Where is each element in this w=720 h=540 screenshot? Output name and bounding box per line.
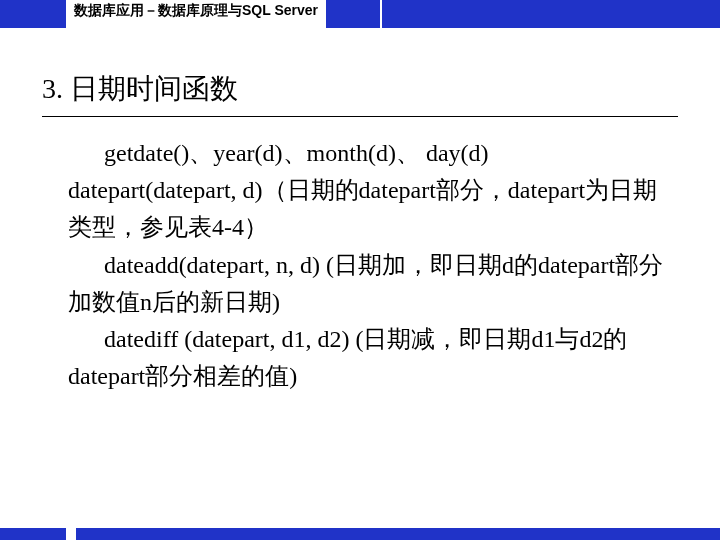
body-line-2: datepart(datepart, d)（日期的datepart部分，date… [68,172,678,246]
section-title-text: 日期时间函数 [70,73,238,104]
header-title-box: 数据库应用－数据库原理与SQL Server [66,0,326,28]
header-title: 数据库应用－数据库原理与SQL Server [74,2,318,20]
body-line-1: getdate()、year(d)、month(d)、 day(d) [68,135,678,172]
footer-notch [66,528,76,540]
slide-content: 3. 日期时间函数 getdate()、year(d)、month(d)、 da… [0,28,720,395]
header-divider [380,0,382,28]
body-line-3: dateadd(datepart, n, d) (日期加，即日期d的datepa… [68,247,678,321]
section-title: 3. 日期时间函数 [42,70,678,108]
header-bar: 数据库应用－数据库原理与SQL Server [0,0,720,28]
footer-bar [0,528,720,540]
section-number: 3. [42,73,63,104]
body-text: getdate()、year(d)、month(d)、 day(d) datep… [42,135,678,395]
body-line-4: datediff (datepart, d1, d2) (日期减，即日期d1与d… [68,321,678,395]
title-underline [42,116,678,117]
